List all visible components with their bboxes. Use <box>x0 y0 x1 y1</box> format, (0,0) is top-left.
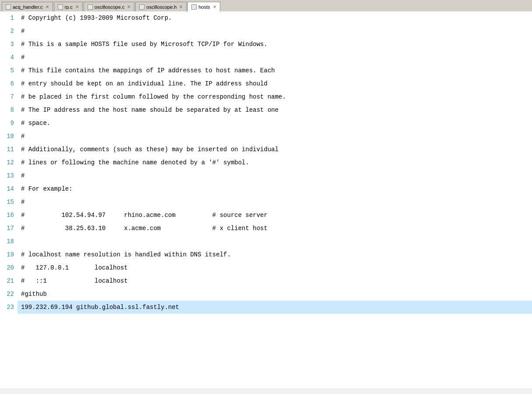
code-content[interactable]: # Copyright (c) 1993-2009 Microsoft Corp… <box>18 11 532 388</box>
tab-label: rp.c <box>65 4 73 10</box>
code-line: # 38.25.63.10 x.acme.com # x client host <box>18 222 532 235</box>
line-number: 22 <box>0 288 18 301</box>
file-icon <box>88 4 93 10</box>
line-number: 3 <box>0 38 18 51</box>
line-numbers: 1234567891011121314151617181920212223 <box>0 11 18 388</box>
editor-container: 1234567891011121314151617181920212223 # … <box>0 11 532 388</box>
tab-close-icon[interactable]: ✕ <box>46 4 49 9</box>
code-line: #github <box>18 288 532 301</box>
tab-hosts[interactable]: hosts✕ <box>187 2 220 11</box>
line-number: 14 <box>0 182 18 195</box>
code-line: # <box>18 130 532 143</box>
tab-label: hosts <box>198 4 210 10</box>
tab-oscilloscope_h[interactable]: oscilloscope.h✕ <box>135 2 187 11</box>
line-number: 12 <box>0 156 18 169</box>
file-icon <box>58 4 63 10</box>
tab-close-icon[interactable]: ✕ <box>127 4 130 9</box>
file-icon <box>139 4 144 10</box>
line-number: 20 <box>0 261 18 274</box>
line-number: 23 <box>0 301 18 314</box>
code-line: # localhost name resolution is handled w… <box>18 248 532 261</box>
code-line: # Copyright (c) 1993-2009 Microsoft Corp… <box>18 11 532 25</box>
code-line: # <box>18 169 532 182</box>
code-line: # lines or following the machine name de… <box>18 156 532 169</box>
line-number: 21 <box>0 274 18 288</box>
line-number: 7 <box>0 90 18 103</box>
line-number: 4 <box>0 51 18 64</box>
code-line: # This file contains the mappings of IP … <box>18 64 532 77</box>
tab-acq_handler[interactable]: acq_handler.c✕ <box>2 2 53 11</box>
line-number: 17 <box>0 222 18 235</box>
tab-close-icon[interactable]: ✕ <box>179 4 183 9</box>
line-number: 16 <box>0 209 18 222</box>
file-icon <box>191 4 197 10</box>
tab-rp[interactable]: rp.c✕ <box>54 2 83 11</box>
line-number: 11 <box>0 143 18 156</box>
code-line: # space. <box>18 117 532 130</box>
code-line <box>18 235 532 248</box>
tab-label: oscilloscope.c <box>95 4 124 10</box>
code-line: # be placed in the first column followed… <box>18 90 532 103</box>
tab-close-icon[interactable]: ✕ <box>75 4 79 9</box>
code-line: # For example: <box>18 182 532 195</box>
tab-close-icon[interactable]: ✕ <box>213 4 216 9</box>
code-line: # 127.0.0.1 localhost <box>18 261 532 274</box>
line-number: 2 <box>0 25 18 38</box>
code-line: # Additionally, comments (such as these)… <box>18 143 532 156</box>
line-number: 6 <box>0 77 18 90</box>
tab-label: acq_handler.c <box>13 4 43 10</box>
line-number: 1 <box>0 11 18 25</box>
line-number: 15 <box>0 195 18 209</box>
code-line: # entry should be kept on an individual … <box>18 77 532 90</box>
code-line: 199.232.69.194 github.global.ssl.fastly.… <box>18 301 532 314</box>
code-line: # <box>18 51 532 64</box>
file-icon <box>6 4 11 10</box>
line-number: 9 <box>0 117 18 130</box>
tab-bar: acq_handler.c✕rp.c✕oscilloscope.c✕oscill… <box>0 0 532 11</box>
code-line: # The IP address and the host name shoul… <box>18 103 532 117</box>
code-line: # ::1 localhost <box>18 274 532 288</box>
line-number: 8 <box>0 103 18 117</box>
line-number: 18 <box>0 235 18 248</box>
code-line: # <box>18 195 532 209</box>
line-number: 5 <box>0 64 18 77</box>
tab-oscilloscope_c[interactable]: oscilloscope.c✕ <box>84 2 134 11</box>
code-line: # <box>18 25 532 38</box>
line-number: 19 <box>0 248 18 261</box>
line-number: 10 <box>0 130 18 143</box>
code-line: # This is a sample HOSTS file used by Mi… <box>18 38 532 51</box>
line-number: 13 <box>0 169 18 182</box>
tab-label: oscilloscope.h <box>146 4 176 10</box>
code-line: # 102.54.94.97 rhino.acme.com # source s… <box>18 209 532 222</box>
